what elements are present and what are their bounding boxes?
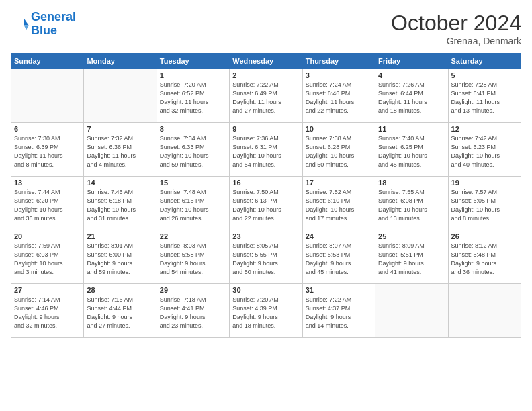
day-cell: 14Sunrise: 7:46 AM Sunset: 6:18 PM Dayli… bbox=[84, 177, 157, 230]
location-subtitle: Grenaa, Denmark bbox=[391, 36, 521, 46]
day-cell: 6Sunrise: 7:30 AM Sunset: 6:39 PM Daylig… bbox=[11, 123, 84, 177]
day-info: Sunrise: 7:16 AM Sunset: 4:44 PM Dayligh… bbox=[87, 295, 153, 330]
title-block: October 2024 Grenaa, Denmark bbox=[391, 11, 521, 46]
day-info: Sunrise: 7:42 AM Sunset: 6:23 PM Dayligh… bbox=[451, 134, 518, 169]
svg-marker-1 bbox=[24, 25, 29, 30]
day-number: 16 bbox=[232, 179, 299, 187]
day-number: 26 bbox=[451, 232, 518, 240]
logo-line2: Blue bbox=[31, 24, 57, 37]
day-number: 8 bbox=[160, 125, 226, 133]
day-info: Sunrise: 8:09 AM Sunset: 5:51 PM Dayligh… bbox=[378, 242, 445, 277]
day-number: 20 bbox=[14, 232, 81, 240]
col-thursday: Thursday bbox=[302, 54, 375, 69]
page: General Blue October 2024 Grenaa, Denmar… bbox=[0, 0, 532, 411]
logo-icon bbox=[11, 15, 30, 34]
day-info: Sunrise: 7:52 AM Sunset: 6:10 PM Dayligh… bbox=[306, 188, 372, 223]
day-number: 5 bbox=[451, 71, 518, 79]
day-info: Sunrise: 7:57 AM Sunset: 6:05 PM Dayligh… bbox=[451, 188, 518, 223]
day-number: 14 bbox=[87, 179, 153, 187]
calendar-body: 1Sunrise: 7:20 AM Sunset: 6:52 PM Daylig… bbox=[11, 69, 521, 338]
day-cell bbox=[11, 69, 84, 123]
day-cell: 9Sunrise: 7:36 AM Sunset: 6:31 PM Daylig… bbox=[230, 123, 302, 177]
day-number: 29 bbox=[160, 286, 226, 294]
day-number: 6 bbox=[14, 125, 81, 133]
day-cell bbox=[84, 69, 157, 123]
day-number: 23 bbox=[232, 232, 299, 240]
day-number: 11 bbox=[378, 125, 445, 133]
day-cell: 3Sunrise: 7:24 AM Sunset: 6:46 PM Daylig… bbox=[302, 69, 375, 123]
day-cell bbox=[375, 284, 448, 338]
day-cell: 13Sunrise: 7:44 AM Sunset: 6:20 PM Dayli… bbox=[11, 177, 84, 230]
day-cell: 2Sunrise: 7:22 AM Sunset: 6:49 PM Daylig… bbox=[230, 69, 302, 123]
day-cell: 25Sunrise: 8:09 AM Sunset: 5:51 PM Dayli… bbox=[375, 230, 448, 284]
day-number: 9 bbox=[232, 125, 299, 133]
day-number: 1 bbox=[160, 71, 226, 79]
day-cell: 4Sunrise: 7:26 AM Sunset: 6:44 PM Daylig… bbox=[375, 69, 448, 123]
day-number: 31 bbox=[306, 286, 372, 294]
day-cell: 11Sunrise: 7:40 AM Sunset: 6:25 PM Dayli… bbox=[375, 123, 448, 177]
day-info: Sunrise: 7:40 AM Sunset: 6:25 PM Dayligh… bbox=[378, 134, 445, 169]
day-info: Sunrise: 7:34 AM Sunset: 6:33 PM Dayligh… bbox=[160, 134, 226, 169]
svg-marker-0 bbox=[24, 18, 29, 25]
day-cell: 8Sunrise: 7:34 AM Sunset: 6:33 PM Daylig… bbox=[157, 123, 229, 177]
day-info: Sunrise: 7:26 AM Sunset: 6:44 PM Dayligh… bbox=[378, 81, 445, 116]
week-row-5: 27Sunrise: 7:14 AM Sunset: 4:46 PM Dayli… bbox=[11, 284, 521, 338]
month-title: October 2024 bbox=[391, 11, 521, 36]
day-cell: 22Sunrise: 8:03 AM Sunset: 5:58 PM Dayli… bbox=[157, 230, 229, 284]
logo: General Blue bbox=[11, 11, 76, 38]
day-info: Sunrise: 7:20 AM Sunset: 6:52 PM Dayligh… bbox=[160, 81, 226, 116]
week-row-1: 1Sunrise: 7:20 AM Sunset: 6:52 PM Daylig… bbox=[11, 69, 521, 123]
logo-text: General Blue bbox=[31, 11, 76, 38]
day-cell: 19Sunrise: 7:57 AM Sunset: 6:05 PM Dayli… bbox=[448, 177, 521, 230]
col-monday: Monday bbox=[84, 54, 157, 69]
day-number: 3 bbox=[306, 71, 372, 79]
day-cell: 28Sunrise: 7:16 AM Sunset: 4:44 PM Dayli… bbox=[84, 284, 157, 338]
day-info: Sunrise: 7:20 AM Sunset: 4:39 PM Dayligh… bbox=[232, 295, 299, 330]
day-cell: 10Sunrise: 7:38 AM Sunset: 6:28 PM Dayli… bbox=[302, 123, 375, 177]
day-info: Sunrise: 7:24 AM Sunset: 6:46 PM Dayligh… bbox=[306, 81, 372, 116]
day-number: 28 bbox=[87, 286, 153, 294]
day-number: 7 bbox=[87, 125, 153, 133]
day-number: 22 bbox=[160, 232, 226, 240]
day-number: 15 bbox=[160, 179, 226, 187]
day-cell: 18Sunrise: 7:55 AM Sunset: 6:08 PM Dayli… bbox=[375, 177, 448, 230]
col-saturday: Saturday bbox=[448, 54, 521, 69]
day-cell: 31Sunrise: 7:22 AM Sunset: 4:37 PM Dayli… bbox=[302, 284, 375, 338]
day-info: Sunrise: 7:36 AM Sunset: 6:31 PM Dayligh… bbox=[232, 134, 299, 169]
day-cell: 23Sunrise: 8:05 AM Sunset: 5:55 PM Dayli… bbox=[230, 230, 302, 284]
day-cell: 5Sunrise: 7:28 AM Sunset: 6:41 PM Daylig… bbox=[448, 69, 521, 123]
day-cell: 30Sunrise: 7:20 AM Sunset: 4:39 PM Dayli… bbox=[230, 284, 302, 338]
day-number: 27 bbox=[14, 286, 81, 294]
day-cell bbox=[448, 284, 521, 338]
header-row: Sunday Monday Tuesday Wednesday Thursday… bbox=[11, 54, 521, 69]
day-info: Sunrise: 8:03 AM Sunset: 5:58 PM Dayligh… bbox=[160, 242, 226, 277]
day-info: Sunrise: 8:07 AM Sunset: 5:53 PM Dayligh… bbox=[306, 242, 372, 277]
logo-line1: General bbox=[31, 10, 76, 24]
day-number: 4 bbox=[378, 71, 445, 79]
day-cell: 17Sunrise: 7:52 AM Sunset: 6:10 PM Dayli… bbox=[302, 177, 375, 230]
day-info: Sunrise: 7:18 AM Sunset: 4:41 PM Dayligh… bbox=[160, 295, 226, 330]
day-cell: 21Sunrise: 8:01 AM Sunset: 6:00 PM Dayli… bbox=[84, 230, 157, 284]
header: General Blue October 2024 Grenaa, Denmar… bbox=[11, 11, 521, 46]
day-info: Sunrise: 7:30 AM Sunset: 6:39 PM Dayligh… bbox=[14, 134, 81, 169]
day-number: 30 bbox=[232, 286, 299, 294]
day-info: Sunrise: 7:28 AM Sunset: 6:41 PM Dayligh… bbox=[451, 81, 518, 116]
day-number: 18 bbox=[378, 179, 445, 187]
calendar-table: Sunday Monday Tuesday Wednesday Thursday… bbox=[11, 53, 521, 338]
day-info: Sunrise: 7:22 AM Sunset: 6:49 PM Dayligh… bbox=[232, 81, 299, 116]
day-info: Sunrise: 7:46 AM Sunset: 6:18 PM Dayligh… bbox=[87, 188, 153, 223]
day-cell: 26Sunrise: 8:12 AM Sunset: 5:48 PM Dayli… bbox=[448, 230, 521, 284]
col-friday: Friday bbox=[375, 54, 448, 69]
day-number: 17 bbox=[306, 179, 372, 187]
day-info: Sunrise: 7:55 AM Sunset: 6:08 PM Dayligh… bbox=[378, 188, 445, 223]
day-info: Sunrise: 8:12 AM Sunset: 5:48 PM Dayligh… bbox=[451, 242, 518, 277]
day-info: Sunrise: 7:32 AM Sunset: 6:36 PM Dayligh… bbox=[87, 134, 153, 169]
col-wednesday: Wednesday bbox=[230, 54, 302, 69]
day-cell: 29Sunrise: 7:18 AM Sunset: 4:41 PM Dayli… bbox=[157, 284, 229, 338]
col-sunday: Sunday bbox=[11, 54, 84, 69]
week-row-3: 13Sunrise: 7:44 AM Sunset: 6:20 PM Dayli… bbox=[11, 177, 521, 230]
day-cell: 27Sunrise: 7:14 AM Sunset: 4:46 PM Dayli… bbox=[11, 284, 84, 338]
day-info: Sunrise: 8:01 AM Sunset: 6:00 PM Dayligh… bbox=[87, 242, 153, 277]
day-number: 12 bbox=[451, 125, 518, 133]
day-info: Sunrise: 7:48 AM Sunset: 6:15 PM Dayligh… bbox=[160, 188, 226, 223]
